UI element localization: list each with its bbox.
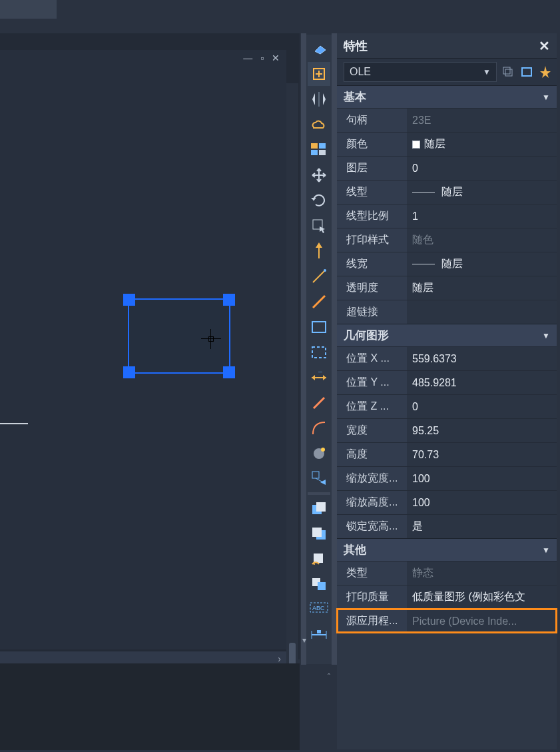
prop-label: 图层: [337, 157, 407, 180]
prop-value[interactable]: 随层: [407, 181, 557, 204]
dimension-icon[interactable]: [308, 366, 330, 390]
prop-row-source-app: 源应用程...Picture (Device Inde...: [337, 609, 557, 633]
svg-line-22: [314, 398, 324, 408]
connector-icon[interactable]: [308, 467, 330, 491]
svg-rect-17: [312, 347, 326, 358]
section-basic-rows: 句柄23E 颜色随层 图层0 线型随层 线型比例1 打印样式随色 线宽随层 透明…: [337, 108, 557, 324]
color-grid-icon[interactable]: [308, 138, 330, 162]
prop-value[interactable]: 70.73: [407, 443, 557, 466]
svg-rect-43: [503, 67, 510, 74]
lineweight-preview-icon: [412, 264, 435, 264]
layers-front-icon[interactable]: [308, 496, 330, 520]
object-type-selector[interactable]: OLE ▼: [344, 62, 497, 82]
svg-rect-25: [312, 472, 319, 478]
prop-label: 锁定宽高...: [337, 515, 407, 538]
svg-point-24: [321, 448, 325, 452]
linetype-preview-icon: [412, 192, 435, 192]
prop-value[interactable]: 23E: [407, 109, 557, 132]
rotate-icon[interactable]: [308, 188, 330, 212]
rectangle-blue-icon[interactable]: [308, 315, 330, 339]
prop-value[interactable]: 低质量图形 (例如彩色文: [407, 585, 557, 609]
dimension-h-icon[interactable]: [308, 623, 330, 647]
svg-rect-29: [316, 502, 326, 512]
arc-icon[interactable]: [308, 416, 330, 440]
prop-label: 源应用程...: [337, 609, 407, 633]
prop-value[interactable]: 1: [407, 204, 557, 228]
abc-text-icon[interactable]: ABC: [308, 597, 330, 621]
command-area[interactable]: [0, 663, 300, 750]
grip-bottom-left[interactable]: [123, 366, 135, 378]
prop-label: 缩放宽度...: [337, 467, 407, 490]
rectangle-dashed-icon[interactable]: [308, 340, 330, 364]
prop-label: 线宽: [337, 252, 407, 276]
collapse-icon: ▼: [542, 546, 550, 555]
prop-label: 位置 Z ...: [337, 395, 407, 418]
line-diagonal-icon[interactable]: [308, 264, 330, 288]
add-selection-icon[interactable]: [308, 62, 330, 86]
prop-value[interactable]: 485.9281: [407, 371, 557, 394]
prop-label: 位置 X ...: [337, 347, 407, 370]
prop-label: 位置 Y ...: [337, 371, 407, 394]
section-geometry-rows: 位置 X ...559.6373 位置 Y ...485.9281 位置 Z .…: [337, 346, 557, 538]
prop-label: 打印样式: [337, 228, 407, 252]
section-geometry-label: 几何图形: [344, 328, 389, 343]
mirror-icon[interactable]: [308, 87, 330, 111]
prop-value[interactable]: 随层: [407, 252, 557, 276]
svg-rect-35: [318, 582, 326, 590]
prop-value[interactable]: 静态: [407, 562, 557, 585]
section-other-rows: 类型静态 打印质量低质量图形 (例如彩色文 源应用程...Picture (De…: [337, 561, 557, 633]
prop-value[interactable]: 随层: [407, 133, 557, 156]
prop-value[interactable]: 是: [407, 515, 557, 538]
layers-back-icon[interactable]: [308, 522, 330, 546]
prop-label: 类型: [337, 562, 407, 585]
section-other[interactable]: 其他 ▼: [337, 538, 557, 561]
svg-rect-41: [317, 630, 321, 633]
dock-separator-left[interactable]: [301, 33, 306, 665]
prop-value[interactable]: 95.25: [407, 419, 557, 442]
svg-marker-20: [323, 375, 326, 380]
prop-value[interactable]: 100: [407, 467, 557, 490]
viewport-scrollbar[interactable]: [286, 83, 298, 676]
grip-bottom-right[interactable]: [223, 366, 235, 378]
prop-label: 线型比例: [337, 204, 407, 228]
prop-value[interactable]: 559.6373: [407, 347, 557, 370]
prop-value[interactable]: 100: [407, 491, 557, 514]
cloud-icon[interactable]: [308, 113, 330, 137]
prop-value[interactable]: 随层: [407, 276, 557, 300]
prop-value[interactable]: 随色: [407, 228, 557, 252]
prop-value[interactable]: 0: [407, 157, 557, 180]
line-slash-icon[interactable]: [308, 391, 330, 415]
svg-rect-42: [505, 69, 512, 76]
grip-top-right[interactable]: [223, 294, 235, 306]
grip-top-left[interactable]: [123, 294, 135, 306]
prop-value[interactable]: Picture (Device Inde...: [407, 609, 557, 633]
section-geometry[interactable]: 几何图形 ▼: [337, 324, 557, 346]
selected-ole-object[interactable]: [128, 298, 230, 374]
quick-select-icon[interactable]: [538, 65, 553, 79]
line-orange-icon[interactable]: [308, 290, 330, 314]
svg-rect-7: [311, 150, 318, 155]
properties-title-bar[interactable]: 特性 ✕: [337, 33, 557, 59]
collapse-icon: ▼: [542, 331, 550, 340]
move-icon[interactable]: [308, 163, 330, 187]
sun-icon[interactable]: [308, 442, 330, 466]
prop-label: 透明度: [337, 276, 407, 300]
arrow-up-icon[interactable]: [308, 239, 330, 263]
layers-swap-icon[interactable]: [308, 572, 330, 596]
close-icon[interactable]: ✕: [539, 38, 550, 54]
bring-forward-icon[interactable]: [308, 547, 330, 571]
viewport-window-controls[interactable]: — ▫ ✕: [243, 53, 282, 63]
prop-value[interactable]: 0: [407, 395, 557, 418]
eraser-icon[interactable]: [308, 37, 330, 61]
toggle-pickadd-icon[interactable]: [501, 65, 515, 79]
palette-scroll[interactable]: ˆ: [326, 666, 337, 746]
prop-value[interactable]: [407, 300, 557, 324]
dock-separator-right[interactable]: [332, 33, 337, 665]
svg-text:ABC: ABC: [312, 605, 325, 611]
object-type-value: OLE: [350, 66, 371, 78]
section-basic[interactable]: 基本 ▼: [337, 85, 557, 108]
select-window-icon[interactable]: [308, 214, 330, 238]
select-objects-icon[interactable]: [519, 65, 534, 79]
svg-marker-0: [315, 46, 326, 54]
color-swatch-icon: [412, 141, 420, 149]
